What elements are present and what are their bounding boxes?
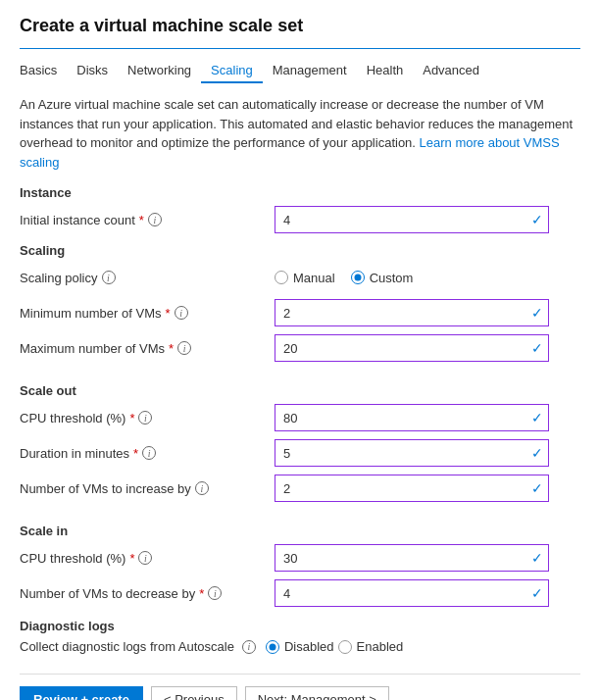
scale-out-cpu-label: CPU threshold (%) * i (20, 411, 275, 425)
diagnostic-logs-section-label: Diagnostic logs (20, 619, 580, 633)
scaling-section-label: Scaling (20, 243, 580, 258)
increase-vms-control: ✓ (275, 475, 549, 502)
increase-vms-input[interactable] (275, 475, 549, 502)
min-vms-input[interactable] (275, 299, 549, 326)
enabled-radio-item[interactable]: Enabled (338, 639, 404, 654)
required-marker: * (139, 213, 144, 227)
initial-instance-count-control: ✓ (275, 206, 549, 233)
initial-instance-count-row: Initial instance count * i ✓ (20, 206, 580, 233)
scale-out-cpu-info-icon[interactable]: i (138, 411, 152, 425)
duration-check-icon: ✓ (531, 445, 543, 461)
scale-out-cpu-check-icon: ✓ (531, 410, 543, 425)
initial-instance-count-label: Initial instance count * i (20, 213, 275, 227)
custom-radio-item[interactable]: Custom (351, 271, 414, 285)
scaling-policy-info-icon[interactable]: i (102, 271, 116, 284)
min-vms-label: Minimum number of VMs * i (20, 306, 275, 321)
max-vms-label: Maximum number of VMs * i (20, 341, 275, 356)
initial-count-info-icon[interactable]: i (148, 213, 162, 226)
min-vms-row: Minimum number of VMs * i ✓ (20, 299, 580, 326)
review-create-button[interactable]: Review + create (20, 686, 143, 700)
increase-vms-label: Number of VMs to increase by i (20, 481, 275, 496)
tab-health[interactable]: Health (357, 59, 414, 83)
duration-input[interactable] (275, 439, 549, 467)
decrease-vms-row: Number of VMs to decrease by * i ✓ (20, 579, 580, 607)
manual-radio[interactable] (275, 271, 288, 284)
manual-radio-item[interactable]: Manual (275, 271, 335, 285)
nav-tabs: Basics Disks Networking Scaling Manageme… (20, 59, 580, 83)
scale-out-label: Scale out (20, 383, 580, 398)
required-marker: * (129, 411, 134, 425)
scale-in-label: Scale in (20, 524, 580, 538)
duration-control: ✓ (275, 439, 549, 467)
scale-in-cpu-input[interactable] (275, 544, 549, 572)
description: An Azure virtual machine scale set can a… (20, 95, 580, 172)
increase-vms-check-icon: ✓ (531, 480, 543, 496)
disabled-radio-label: Disabled (284, 639, 334, 654)
scale-in-cpu-control: ✓ (275, 544, 549, 572)
scale-in-cpu-check-icon: ✓ (531, 550, 543, 566)
scale-out-cpu-input[interactable] (275, 404, 549, 431)
instance-section-label: Instance (20, 185, 580, 200)
tab-scaling[interactable]: Scaling (201, 59, 263, 83)
page-title: Create a virtual machine scale set (20, 16, 580, 36)
disabled-radio-item[interactable]: Disabled (266, 639, 334, 654)
tab-disks[interactable]: Disks (67, 59, 118, 83)
min-vms-info-icon[interactable]: i (175, 306, 188, 320)
title-divider (20, 48, 580, 49)
max-vms-row: Maximum number of VMs * i ✓ (20, 334, 580, 362)
diagnostic-collect-row: Collect diagnostic logs from Autoscale i… (20, 639, 580, 654)
tab-management[interactable]: Management (263, 59, 357, 83)
max-vms-control: ✓ (275, 334, 549, 362)
decrease-vms-label: Number of VMs to decrease by * i (20, 586, 275, 601)
disabled-radio[interactable] (266, 640, 279, 654)
scale-out-cpu-row: CPU threshold (%) * i ✓ (20, 404, 580, 431)
decrease-vms-check-icon: ✓ (531, 585, 543, 601)
diagnostic-collect-label: Collect diagnostic logs from Autoscale (20, 639, 234, 654)
decrease-vms-info-icon[interactable]: i (208, 586, 222, 600)
increase-vms-info-icon[interactable]: i (195, 481, 209, 495)
scaling-policy-row: Scaling policy i Manual Custom (20, 264, 580, 291)
enabled-radio[interactable] (338, 640, 352, 654)
next-button[interactable]: Next: Management > (245, 686, 389, 700)
diagnostic-collect-info-icon[interactable]: i (242, 640, 256, 654)
decrease-vms-control: ✓ (275, 579, 549, 607)
enabled-radio-label: Enabled (357, 639, 404, 654)
max-vms-info-icon[interactable]: i (177, 341, 191, 355)
duration-label: Duration in minutes * i (20, 446, 275, 461)
custom-radio-label: Custom (370, 271, 414, 285)
initial-instance-count-input[interactable] (275, 206, 549, 233)
required-marker: * (165, 306, 170, 321)
initial-count-check-icon: ✓ (531, 212, 543, 227)
tab-basics[interactable]: Basics (20, 59, 67, 83)
tab-networking[interactable]: Networking (118, 59, 201, 83)
required-marker: * (129, 551, 134, 566)
max-vms-input[interactable] (275, 334, 549, 362)
min-vms-control: ✓ (275, 299, 549, 326)
decrease-vms-input[interactable] (275, 579, 549, 607)
required-marker: * (199, 586, 204, 601)
scale-in-cpu-row: CPU threshold (%) * i ✓ (20, 544, 580, 572)
scaling-policy-radio-group: Manual Custom (275, 271, 580, 285)
duration-info-icon[interactable]: i (142, 446, 156, 460)
scale-out-section: Scale out CPU threshold (%) * i ✓ Durati… (20, 370, 580, 502)
footer: Review + create < Previous Next: Managem… (20, 674, 580, 700)
min-vms-check-icon: ✓ (531, 305, 543, 321)
max-vms-check-icon: ✓ (531, 340, 543, 356)
scale-in-cpu-label: CPU threshold (%) * i (20, 551, 275, 566)
tab-advanced[interactable]: Advanced (413, 59, 489, 83)
scaling-policy-label: Scaling policy i (20, 271, 275, 285)
scale-out-cpu-control: ✓ (275, 404, 549, 431)
custom-radio[interactable] (351, 271, 365, 284)
increase-vms-row: Number of VMs to increase by i ✓ (20, 475, 580, 502)
duration-row: Duration in minutes * i ✓ (20, 439, 580, 467)
scale-in-cpu-info-icon[interactable]: i (138, 551, 152, 565)
scale-in-section: Scale in CPU threshold (%) * i ✓ Number … (20, 510, 580, 607)
required-marker: * (133, 446, 138, 461)
manual-radio-label: Manual (293, 271, 335, 285)
required-marker: * (169, 341, 174, 356)
previous-button[interactable]: < Previous (151, 686, 237, 700)
